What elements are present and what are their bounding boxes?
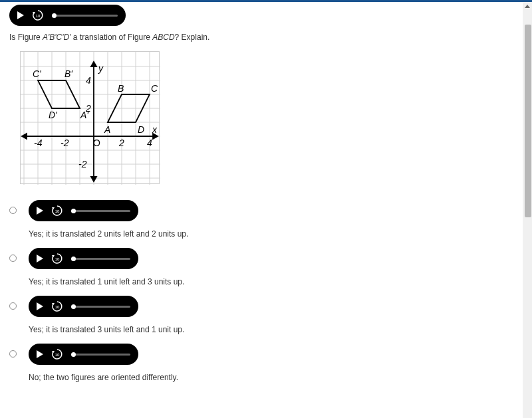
audio-progress[interactable]	[71, 354, 130, 356]
option-2: 10 Yes; it is translated 1 unit left and…	[9, 248, 523, 292]
radio-button[interactable]	[9, 302, 17, 310]
option-audio-player[interactable]: 10	[29, 200, 138, 221]
option-text: Yes; it is translated 2 units left and 2…	[29, 229, 188, 239]
coordinate-graph: -4 -2 O 2 4 2 4 -2 x y A B C D A' B' C' …	[20, 51, 160, 184]
rewind-10-icon[interactable]: 10	[32, 9, 44, 21]
origin-label: O	[93, 138, 100, 148]
svg-text:10: 10	[55, 353, 60, 357]
rewind-10-icon[interactable]: 10	[51, 300, 63, 312]
rewind-10-icon[interactable]: 10	[51, 348, 63, 360]
vertex-Cp: C'	[33, 68, 42, 79]
tick-neg4: -4	[34, 138, 43, 148]
play-icon[interactable]	[17, 11, 24, 19]
option-audio-player[interactable]: 10	[29, 296, 138, 317]
svg-text:10: 10	[36, 14, 41, 18]
question-suffix: ? Explain.	[175, 33, 210, 42]
tick-neg2: -2	[61, 138, 69, 148]
question-prefix: Is Figure	[9, 33, 43, 42]
question-fig1: A'B'C'D'	[43, 33, 71, 42]
radio-button[interactable]	[9, 255, 17, 262]
option-1: 10 Yes; it is translated 2 units left an…	[9, 200, 523, 244]
y-axis-label: y	[98, 63, 104, 74]
content-area: 10 Is Figure A'B'C'D' a translation of F…	[0, 2, 532, 401]
tick-4x: 4	[147, 138, 152, 148]
tick-4y: 4	[86, 75, 91, 86]
svg-marker-26	[91, 177, 96, 181]
tick-neg2y: -2	[78, 159, 87, 169]
question-fig2: ABCD	[152, 33, 174, 42]
radio-button[interactable]	[9, 207, 17, 214]
vertex-Dp: D'	[49, 110, 58, 120]
option-4: 10 No; the two figures are oriented diff…	[9, 344, 523, 387]
question-audio-player[interactable]: 10	[9, 5, 126, 26]
audio-progress[interactable]	[71, 306, 130, 308]
play-icon[interactable]	[37, 350, 43, 358]
option-3: 10 Yes; it is translated 3 units left an…	[9, 296, 523, 340]
play-icon[interactable]	[37, 302, 43, 310]
option-text: Yes; it is translated 3 units left and 1…	[29, 325, 184, 334]
scroll-thumb[interactable]	[525, 25, 531, 217]
svg-text:10: 10	[55, 305, 60, 309]
scroll-up-icon[interactable]	[525, 5, 530, 8]
vertex-A: A	[104, 124, 110, 135]
question-text: Is Figure A'B'C'D' a translation of Figu…	[9, 33, 523, 42]
option-text: No; the two figures are oriented differe…	[29, 373, 178, 382]
vertex-C: C	[151, 83, 158, 94]
rewind-10-icon[interactable]: 10	[51, 253, 63, 264]
tick-2x: 2	[118, 138, 124, 148]
option-audio-player[interactable]: 10	[29, 344, 138, 365]
svg-marker-25	[91, 62, 96, 66]
option-audio-player[interactable]: 10	[29, 248, 138, 269]
option-text: Yes; it is translated 1 unit left and 3 …	[29, 277, 184, 286]
radio-button[interactable]	[9, 350, 17, 358]
vertex-D: D	[138, 124, 144, 135]
audio-progress[interactable]	[52, 15, 118, 17]
vertical-scrollbar[interactable]	[523, 2, 532, 418]
audio-progress[interactable]	[71, 210, 130, 212]
audio-progress[interactable]	[71, 258, 130, 260]
svg-marker-23	[22, 134, 27, 139]
rewind-10-icon[interactable]: 10	[51, 205, 63, 217]
svg-text:10: 10	[55, 209, 60, 213]
answer-options: 10 Yes; it is translated 2 units left an…	[9, 200, 523, 387]
vertex-Ap: A'	[80, 110, 89, 120]
x-axis-label: x	[152, 124, 158, 135]
question-mid: a translation of Figure	[71, 33, 153, 42]
svg-text:10: 10	[55, 257, 60, 261]
vertex-B: B	[118, 83, 124, 94]
play-icon[interactable]	[37, 255, 43, 262]
play-icon[interactable]	[37, 207, 43, 215]
vertex-Bp: B'	[65, 68, 73, 79]
